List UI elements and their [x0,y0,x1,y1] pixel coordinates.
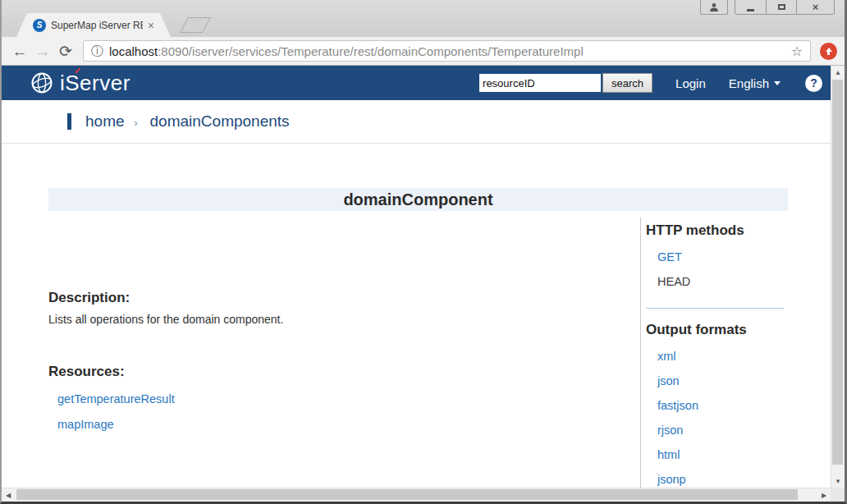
extension-icon[interactable] [820,43,837,60]
person-icon [709,2,719,12]
minimize-button[interactable] [735,0,766,14]
http-methods-heading: HTTP methods [646,222,789,239]
refresh-icon[interactable]: ⟳ [55,44,76,59]
back-icon[interactable]: ← [9,44,30,59]
resource-gettemperatureresult-link[interactable]: getTemperatureResult [57,392,582,405]
profile-button[interactable] [700,0,728,15]
maximize-icon [778,4,785,10]
resource-mapimage-link[interactable]: mapImage [57,418,582,431]
search-input[interactable] [479,74,601,92]
horizontal-scroll-thumb[interactable] [16,489,798,500]
tab-title: SuperMap iServer REST [51,20,143,31]
url-text: localhost:8090/iserver/services/Temperat… [109,44,584,58]
iserver-header: iServer ✓ search Login English ? [2,66,831,100]
http-method-get-link[interactable]: GET [657,250,789,263]
resources-heading: Resources: [48,364,582,380]
output-format-fastjson-link[interactable]: fastjson [657,399,789,412]
url-host: localhost [109,44,158,58]
scroll-up-icon[interactable]: ▲ [831,66,845,79]
output-format-json-link[interactable]: json [657,374,789,387]
output-format-html-link[interactable]: html [657,448,789,461]
help-button[interactable]: ? [805,75,822,92]
browser-toolbar: ← → ⟳ ⓘ localhost:8090/iserver/services/… [2,37,845,66]
supermap-favicon-icon: S [33,19,46,32]
language-dropdown[interactable]: English [729,76,781,90]
titlebar: S SuperMap iServer REST × × [2,0,845,37]
sidebar-divider [646,308,784,309]
page-title: domainComponent [48,188,788,211]
help-icon: ? [810,76,817,89]
description-heading: Description: [48,290,582,306]
breadcrumb: home › domainComponents [2,100,831,144]
breadcrumb-current: domainComponents [150,112,290,131]
main-column: Description: Lists all operations for th… [48,290,582,431]
address-bar[interactable]: ⓘ localhost:8090/iserver/services/Temper… [83,40,811,62]
forward-icon[interactable]: → [32,44,53,59]
output-formats-heading: Output formats [646,322,789,338]
chevron-down-icon [774,81,781,85]
header-actions: search Login English ? [479,73,822,93]
description-text: Lists all operations for the domain comp… [48,313,582,326]
url-path: :8090/iserver/services/Temperature/rest/… [158,44,584,58]
iserver-logo[interactable]: iServer ✓ [30,71,130,96]
output-format-xml-link[interactable]: xml [657,350,789,363]
sidebar: HTTP methods GET HEAD Output formats xml… [640,218,789,488]
supermap-globe-icon [30,71,54,95]
breadcrumb-accent-bar [67,113,71,130]
browser-window: S SuperMap iServer REST × × ← → ⟳ ⓘ [0,0,847,504]
close-icon: × [813,2,819,12]
vertical-scrollbar[interactable]: ▲ ▼ [831,66,845,488]
caption-buttons: × [735,0,835,15]
scrollbar-corner [831,488,845,502]
brand-accent-icon: ✓ [74,66,81,76]
scroll-right-icon[interactable]: ▶ [817,488,831,502]
horizontal-scrollbar[interactable]: ◀ ▶ [2,488,831,502]
new-tab-button[interactable] [180,17,211,33]
up-arrow-stem [827,52,830,55]
breadcrumb-home-link[interactable]: home [85,112,125,131]
content-area: domainComponent HTTP methods GET HEAD Ou… [2,144,831,488]
window-controls: × [700,0,835,15]
search-button[interactable]: search [602,73,652,93]
http-method-head: HEAD [657,275,789,288]
language-label: English [729,76,769,90]
browser-tab[interactable]: S SuperMap iServer REST × [16,13,171,37]
maximize-button[interactable] [766,0,796,14]
output-format-rjson-link[interactable]: rjson [657,424,789,437]
output-format-jsonp-link[interactable]: jsonp [657,473,789,486]
page-info-icon[interactable]: ⓘ [91,44,103,59]
scroll-left-icon[interactable]: ◀ [2,488,15,502]
close-button[interactable]: × [796,0,834,14]
scroll-down-icon[interactable]: ▼ [831,474,845,488]
bookmark-star-icon[interactable]: ☆ [791,44,803,59]
page-viewport: iServer ✓ search Login English ? [2,66,845,502]
vertical-scroll-thumb[interactable] [832,80,843,465]
brand-name: iServer [60,71,130,96]
tab-close-icon[interactable]: × [148,20,154,31]
web-page: iServer ✓ search Login English ? [2,66,831,488]
minimize-icon [747,9,754,11]
login-link[interactable]: Login [675,76,706,90]
breadcrumb-separator-icon: › [135,117,138,129]
